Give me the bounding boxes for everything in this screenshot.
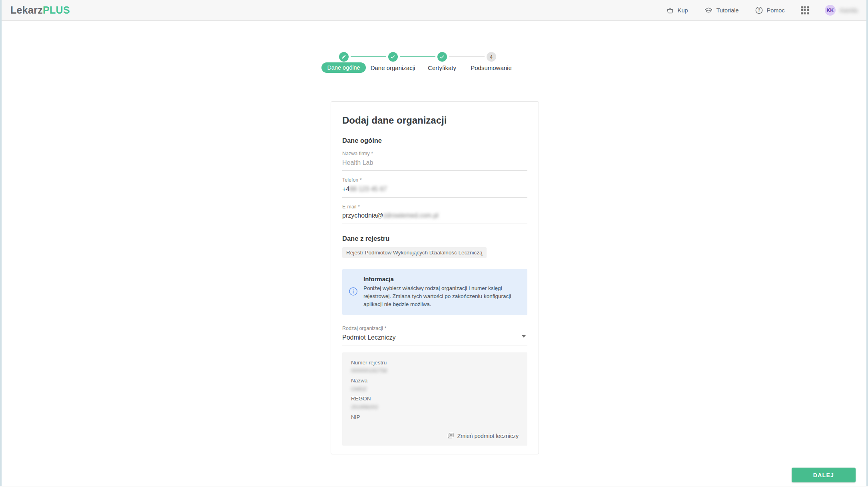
register-number-row: Numer rejestru 000000192758 bbox=[351, 360, 519, 374]
step-dane-organizacji[interactable]: Dane organizacji bbox=[368, 52, 417, 73]
email-field[interactable]: E-mail * przychodnia@zdrowiemed.com.pl bbox=[342, 204, 527, 224]
step-label: Dane organizacji bbox=[371, 64, 415, 71]
email-masked: zdrowiemed.com.pl bbox=[383, 212, 439, 219]
window-edge-left bbox=[0, 0, 2, 486]
top-bar: LekarzPLUS Kup Tutoriale ? Pomoc KK Kami… bbox=[0, 0, 868, 21]
organization-form-card: Dodaj dane organizacji Dane ogólne Nazwa… bbox=[331, 101, 539, 454]
phone-prefix: +4 bbox=[342, 186, 349, 192]
info-box: Informacja Poniżej wybierz właściwy rodz… bbox=[342, 269, 527, 315]
step-number: 4 bbox=[487, 52, 496, 62]
phone-value: +488 123 45 67 bbox=[342, 185, 527, 194]
info-body: Poniżej wybierz właściwy rodzaj organiza… bbox=[363, 284, 512, 308]
basket-icon bbox=[666, 6, 674, 14]
info-title: Informacja bbox=[363, 276, 512, 282]
logo-part-plus: PLUS bbox=[43, 4, 70, 16]
registry-data-panel: Numer rejestru 000000192758 Nazwa CMDZ R… bbox=[342, 352, 527, 446]
svg-text:?: ? bbox=[758, 8, 760, 12]
nav-item-tutoriale[interactable]: Tutoriale bbox=[704, 6, 739, 14]
regon-row: REGON 251998202 bbox=[351, 396, 519, 410]
nav-item-pomoc[interactable]: ? Pomoc bbox=[755, 6, 785, 14]
registry-chip: Rejestr Podmiotów Wykonujących Dzialalno… bbox=[342, 247, 487, 258]
row-label: REGON bbox=[351, 396, 519, 402]
step-certyfikaty[interactable]: Certyfikaty bbox=[417, 52, 467, 73]
registry-name-row: Nazwa CMDZ bbox=[351, 378, 519, 392]
email-prefix: przychodnia@ bbox=[342, 212, 383, 219]
check-icon bbox=[388, 52, 398, 62]
step-label: Dane ogólne bbox=[321, 62, 365, 73]
org-type-value: Podmiot Leczniczy bbox=[342, 334, 527, 342]
registry-name-value: CMDZ bbox=[351, 386, 519, 393]
nip-value bbox=[351, 422, 519, 429]
pencil-icon bbox=[339, 52, 349, 62]
check-icon bbox=[437, 52, 447, 62]
regon-value: 251998202 bbox=[351, 404, 519, 411]
wizard-stepper: Dane ogólne Dane organizacji Certyfikaty… bbox=[319, 52, 516, 84]
graduation-cap-icon bbox=[704, 6, 713, 14]
app-logo[interactable]: LekarzPLUS bbox=[10, 4, 70, 16]
step-label: Podsumowanie bbox=[471, 64, 512, 71]
change-entity-label: Zmień podmiot leczniczy bbox=[457, 433, 519, 439]
next-button[interactable]: DALEJ bbox=[792, 468, 856, 482]
logo-part-lekarz: Lekarz bbox=[10, 4, 43, 16]
email-value: przychodnia@zdrowiemed.com.pl bbox=[342, 212, 527, 220]
nip-row: NIP bbox=[351, 414, 519, 429]
user-name: Kamila bbox=[840, 7, 858, 14]
register-number-value: 000000192758 bbox=[351, 367, 519, 374]
phone-masked: 88 123 45 67 bbox=[349, 186, 387, 192]
company-name-value: Health Lab bbox=[342, 159, 527, 167]
step-podsumowanie[interactable]: 4 Podsumowanie bbox=[467, 52, 516, 73]
change-entity-icon bbox=[447, 432, 454, 440]
window-edge-right bbox=[866, 0, 868, 486]
row-label: Nazwa bbox=[351, 378, 519, 384]
org-type-select[interactable]: Rodzaj organizacji * Podmiot Leczniczy bbox=[342, 326, 527, 346]
help-icon: ? bbox=[755, 6, 763, 14]
row-label: Numer rejestru bbox=[351, 360, 519, 366]
nav-label: Pomoc bbox=[767, 7, 785, 14]
nav-label: Tutoriale bbox=[716, 7, 739, 14]
section-heading-registry: Dane z rejestru bbox=[342, 235, 527, 242]
step-dane-ogolne[interactable]: Dane ogólne bbox=[319, 52, 368, 73]
nav-item-kup[interactable]: Kup bbox=[666, 6, 688, 14]
top-nav: Kup Tutoriale ? Pomoc KK Kamila bbox=[666, 5, 858, 16]
content-bottom-divider bbox=[0, 486, 868, 486]
page-title: Dodaj dane organizacji bbox=[342, 115, 527, 126]
company-name-field[interactable]: Nazwa firmy * Health Lab bbox=[342, 151, 527, 171]
change-entity-link[interactable]: Zmień podmiot leczniczy bbox=[351, 432, 519, 440]
nav-label: Kup bbox=[678, 7, 688, 14]
info-icon bbox=[349, 287, 358, 298]
section-heading-general: Dane ogólne bbox=[342, 137, 527, 144]
phone-field[interactable]: Telefon * +488 123 45 67 bbox=[342, 177, 527, 197]
field-label: E-mail * bbox=[342, 204, 527, 210]
avatar[interactable]: KK bbox=[825, 5, 836, 16]
field-label: Nazwa firmy * bbox=[342, 151, 527, 157]
user-menu[interactable]: KK Kamila bbox=[825, 5, 858, 16]
field-label: Rodzaj organizacji * bbox=[342, 326, 527, 332]
step-label: Certyfikaty bbox=[428, 64, 456, 71]
apps-grid-icon[interactable] bbox=[801, 6, 809, 14]
chevron-down-icon[interactable] bbox=[522, 335, 526, 338]
field-label: Telefon * bbox=[342, 177, 527, 184]
row-label: NIP bbox=[351, 414, 519, 421]
